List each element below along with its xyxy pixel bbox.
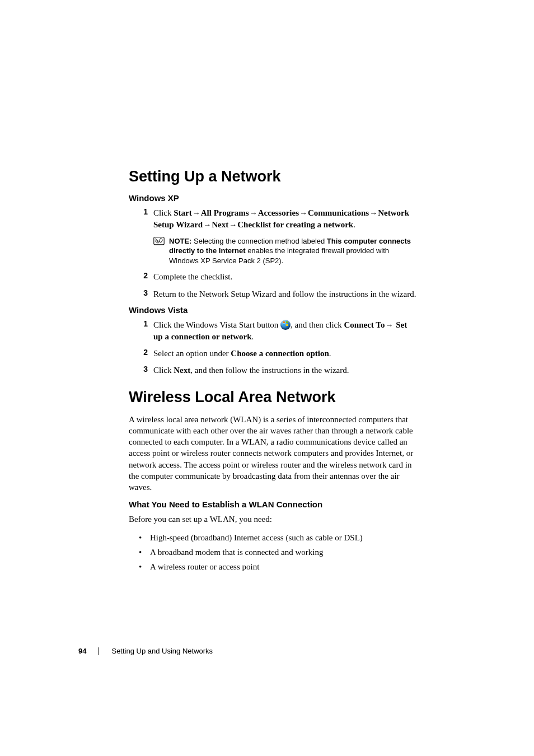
menu-path-accessories: Accessories [258,208,299,217]
heading-wireless-lan: Wireless Local Area Network [129,389,416,406]
text-fragment: Click [153,208,174,217]
text-fragment: Click the Windows Vista Start button [153,320,280,329]
text-fragment: , and then click [291,320,344,329]
menu-path-allprograms: All Programs [201,208,249,217]
note-block: NOTE: Selecting the connection method la… [153,236,416,266]
step-text: Click Next, and then follow the instruct… [153,365,416,376]
list-item: A broadband modem that is connected and … [139,547,416,558]
menu-path-checklist: Checklist for creating a network [237,220,353,229]
vista-start-orb-icon [280,320,291,330]
step-text: Select an option under Choose a connecti… [153,348,416,359]
footer-section-title: Setting Up and Using Networks [111,647,213,655]
text-fragment: Click [153,366,174,375]
wlan-bullet-list: High-speed (broadband) Internet access (… [139,532,416,573]
menu-choose-option: Choose a connection option [231,349,329,358]
page-footer: 94 Setting Up and Using Networks [78,647,213,655]
step-number: 2 [129,271,153,282]
footer-separator [99,647,99,655]
step-number: 3 [129,288,153,300]
xp-step-2: 2 Complete the checklist. [129,271,416,282]
menu-path-next: Next [212,220,228,229]
subheading-windows-vista: Windows Vista [129,305,416,315]
step-text: Complete the checklist. [153,271,416,282]
xp-step-3: 3 Return to the Network Setup Wizard and… [129,288,416,300]
step-text: Click Start→All Programs→Accessories→Com… [153,207,416,231]
step-text: Click the Windows Vista Start button , a… [153,319,416,342]
step-text: Return to the Network Setup Wizard and f… [153,288,416,300]
menu-path-start: Start [174,208,192,217]
page-number: 94 [78,647,99,655]
menu-path-communications: Communications [308,208,369,217]
xp-step-1: 1 Click Start→All Programs→Accessories→C… [129,207,416,231]
note-label: NOTE: [169,237,191,245]
list-item: High-speed (broadband) Internet access (… [139,532,416,543]
text-fragment: . [353,220,355,229]
button-next: Next [174,366,190,375]
text-fragment: , and then follow the instructions in th… [190,366,349,375]
vista-step-3: 3 Click Next, and then follow the instru… [129,365,416,376]
step-number: 1 [129,319,153,342]
subheading-windows-xp: Windows XP [129,193,416,203]
vista-step-1: 1 Click the Windows Vista Start button ,… [129,319,416,342]
text-fragment: Select an option under [153,349,231,358]
text-fragment: . [329,349,331,358]
wlan-paragraph: A wireless local area network (WLAN) is … [129,414,416,493]
note-icon [153,236,169,266]
list-item: A wireless router or access point [139,561,416,572]
step-number: 1 [129,207,153,231]
text-fragment: . [252,332,254,341]
vista-step-2: 2 Select an option under Choose a connec… [129,348,416,359]
note-text: NOTE: Selecting the connection method la… [169,236,416,266]
subheading-wlan-needs: What You Need to Establish a WLAN Connec… [129,500,416,509]
step-number: 2 [129,348,153,359]
menu-connect-to: Connect To [344,320,385,329]
text-fragment: Selecting the connection method labeled [191,237,326,245]
step-number: 3 [129,365,153,376]
heading-setting-up-network: Setting Up a Network [129,168,416,185]
wlan-lead: Before you can set up a WLAN, you need: [129,514,416,525]
